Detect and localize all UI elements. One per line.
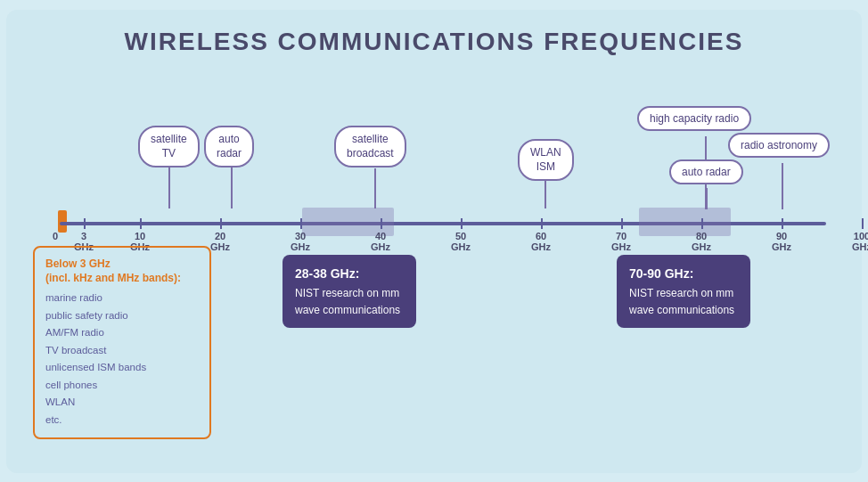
info-box-70-90: 70-90 GHz: NIST research on mm wave comm… [617, 255, 750, 329]
page-title: WIRELESS COMMUNICATIONS FREQUENCIES [33, 28, 835, 56]
bubble-radio-astronomy: radio astronomy [728, 133, 830, 158]
tick-80ghz [701, 218, 703, 229]
tick-10ghz [140, 218, 142, 229]
tick-100ghz [862, 218, 864, 229]
bubble-satellite-tv: satelliteTV [138, 126, 200, 168]
tick-3ghz [84, 218, 86, 229]
bubble-wlan-ism: WLANISM [518, 139, 574, 182]
tick-20ghz [220, 218, 222, 229]
info-box-70-90-text: NIST research on mm wave communications [629, 285, 738, 319]
freq-label-90ghz: 90GHz [772, 231, 791, 252]
info-box-70-90-title: 70-90 GHz: [629, 264, 738, 283]
chart-area: satelliteTV autoradar satellitebroadcast… [33, 72, 835, 411]
below-3ghz-title: Below 3 GHz(incl. kHz and MHz bands): [45, 257, 199, 287]
freq-label-0: 0 [53, 231, 58, 241]
connector-wlan-ism [545, 179, 546, 208]
freq-label-100ghz: 100GHz [852, 231, 868, 252]
freq-label-70ghz: 70GHz [611, 231, 631, 252]
freq-label-20ghz: 20GHz [210, 231, 230, 252]
below-3ghz-list: marine radio public safety radio AM/FM r… [45, 290, 199, 429]
freq-label-60ghz: 60GHz [531, 231, 551, 252]
freq-label-30ghz: 30GHz [291, 231, 310, 252]
tick-60ghz [541, 218, 543, 229]
connector-satellite-tv [168, 166, 170, 208]
tick-40ghz [381, 218, 382, 229]
freq-label-40ghz: 40GHz [371, 231, 390, 252]
info-box-28-38-title: 28-38 GHz: [295, 264, 404, 283]
info-box-28-38-text: NIST research on mm wave communications [295, 285, 404, 319]
freq-label-50ghz: 50GHz [451, 231, 471, 252]
tick-50ghz [461, 218, 463, 229]
bubble-auto-radar-2: auto radar [669, 159, 743, 184]
tick-70ghz [621, 218, 623, 229]
info-box-28-38: 28-38 GHz: NIST research on mm wave comm… [283, 255, 416, 329]
connector-auto-radar-2 [706, 188, 708, 209]
connector-satellite-broadcast [374, 168, 376, 208]
bubble-high-capacity-radio: high capacity radio [637, 106, 751, 131]
connector-radio-astronomy [782, 163, 783, 209]
bubble-satellite-broadcast: satellitebroadcast [334, 126, 406, 168]
main-container: WIRELESS COMMUNICATIONS FREQUENCIES sate… [6, 10, 862, 473]
below-3ghz-box: Below 3 GHz(incl. kHz and MHz bands): ma… [33, 246, 211, 440]
band-70-90-highlight [639, 208, 731, 236]
freq-label-80ghz: 80GHz [692, 231, 711, 252]
tick-30ghz [300, 218, 302, 229]
connector-auto-radar-1 [231, 166, 233, 208]
tick-90ghz [782, 218, 783, 229]
bubble-auto-radar-1: autoradar [204, 126, 254, 168]
